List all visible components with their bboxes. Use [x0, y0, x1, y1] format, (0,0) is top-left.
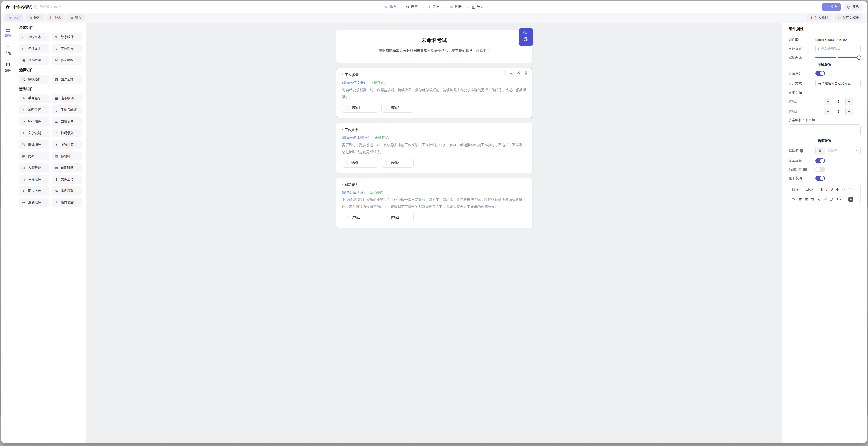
home-icon[interactable]	[5, 5, 10, 9]
component-label: 图片上传	[28, 189, 41, 193]
editor-tab[interactable]: ⋔ 逻辑	[26, 14, 44, 21]
component-icon: Ⓝ	[22, 142, 26, 147]
component-item[interactable]: ⌗ 扫码录入	[52, 129, 82, 137]
component-icon: ✎	[22, 96, 26, 100]
option-choice[interactable]: 选项2	[381, 158, 403, 168]
component-label: 滑块组件	[28, 200, 41, 205]
component-item[interactable]: ⌥ 级联选择	[19, 75, 50, 84]
question-description: 不受成规和以往经验的束缚，在工作中敢于提出新观点、新方案、新思路，并积极进行尝试…	[342, 196, 403, 207]
question-description: 对自己要求很高，对工作精益求精、持续改善，要做就做最好的，能够按照工作要求准确的…	[342, 87, 403, 100]
question-title: *创新能力	[342, 182, 403, 187]
form-subtitle: 感谢您能抽出几分钟时间来参加本次表单填写，现在我们就马上开始吧！	[348, 49, 403, 53]
component-item[interactable]: ▦ 省市联动	[52, 94, 82, 103]
component-icon: ⇑	[22, 189, 26, 193]
component-label: 省市联动	[61, 96, 73, 101]
component-item[interactable]: ▥ 核销码	[52, 152, 82, 160]
component-icon: ⊞	[54, 166, 59, 170]
component-item[interactable]: ☆ 评分组件	[19, 175, 50, 184]
option-choice[interactable]: 选项2	[381, 103, 403, 113]
component-label: 商品	[28, 154, 34, 158]
topnav-item[interactable]: ✎ 编辑 ›	[384, 5, 403, 9]
tab-icon: ✎	[9, 16, 11, 20]
component-icon: ▦	[54, 96, 59, 100]
editor-tab[interactable]: ✎ 内容	[5, 14, 23, 21]
rail-item[interactable]: ⊡ 题库	[5, 62, 11, 73]
correct-answer-label: 正确答案:	[375, 135, 389, 139]
rail-icon: ⊡	[6, 62, 10, 67]
tab-icon: ⚐	[50, 16, 53, 20]
component-item[interactable]: ≣ 自增表单	[52, 117, 82, 126]
editor-tab[interactable]: ⚐ 外观	[46, 14, 65, 21]
radio-icon[interactable]	[345, 161, 349, 165]
required-asterisk: *	[342, 183, 343, 187]
rail-item[interactable]: ≡ 大纲	[5, 44, 11, 55]
component-item[interactable]: ▯ 手机号验证	[52, 105, 82, 114]
component-label: 排序题型	[61, 189, 73, 193]
save-status: ✓ 最近保存 10:16	[34, 5, 61, 9]
section-title: 进阶组件	[19, 87, 82, 91]
app-window: 未命名考试 ✓ 最近保存 10:16 ✎ 编辑 › ⚙ 设置 ›	[1, 1, 403, 207]
chevron-right-icon: ›	[401, 5, 402, 9]
component-item[interactable]: ☑ 多选框组	[52, 56, 82, 65]
component-icon: ⌶	[54, 200, 59, 204]
component-item[interactable]: ⇅ 排序题型	[52, 187, 82, 195]
component-item[interactable]: ◉ 单选框组	[19, 56, 50, 65]
component-icon: ▣	[22, 154, 26, 158]
option-choice[interactable]: 选项1	[342, 158, 378, 168]
tab-label: 逻辑	[34, 15, 41, 20]
component-label: 函数计算	[61, 142, 73, 147]
question-meta: (最高分值:2.00 分) 正确答案:	[342, 135, 403, 140]
component-icon: ☺	[22, 166, 26, 170]
document-title: 未命名考试	[12, 5, 32, 9]
component-icon: ƒ	[54, 143, 59, 147]
option-choice[interactable]: 选项1	[342, 103, 378, 113]
component-label: 日期时间	[61, 166, 73, 170]
form-title: 未命名考试	[348, 37, 403, 44]
tab-label: 外观	[55, 15, 61, 20]
rail-item[interactable]: ▤ 题型	[5, 27, 11, 38]
option-label: 选项2	[391, 105, 399, 110]
component-item[interactable]: ⌄ 下拉选择	[52, 44, 82, 53]
tab-icon: ⋔	[29, 16, 32, 20]
check-circle-icon: ✓	[34, 5, 38, 9]
component-label: 核销码	[61, 154, 70, 158]
component-label: 多行文本	[28, 46, 41, 51]
workflow-nav: ✎ 编辑 › ⚙ 设置 › ↥ 发布 › ≣ 数据	[384, 1, 403, 13]
component-icon: ⌖	[22, 108, 26, 112]
component-item[interactable]: ⊶ 滑块组件	[19, 198, 50, 207]
component-item[interactable]: ⊞ 日期时间	[52, 163, 82, 172]
component-icon: ⊶	[22, 201, 26, 204]
form-header-card[interactable]: 总分 5 未命名考试 感谢您能抽出几分钟时间来参加本次表单填写，现在我们就马上开…	[336, 30, 403, 63]
component-label: 随机编号	[28, 142, 41, 147]
component-item[interactable]: ↥ 文件上传	[52, 175, 82, 184]
component-label: 单行文本	[28, 35, 41, 39]
component-item[interactable]: ☺ 人脸验证	[19, 163, 50, 172]
component-item[interactable]: ⌖ 地理位置	[19, 105, 50, 114]
component-item[interactable]: ⌕ 文字识别	[19, 129, 50, 137]
component-item[interactable]: ▧ 图片选择	[52, 75, 82, 84]
question-card[interactable]: *创新能力 (最高分值:1 分) 正确答案: 不受成规和以往经验的束缚，在工作中…	[336, 178, 403, 207]
radio-icon[interactable]	[384, 161, 388, 165]
component-item[interactable]: ⇑ 图片上传	[19, 187, 50, 195]
editor-tab[interactable]: ◈ 维度	[67, 14, 85, 21]
component-item[interactable]: ▤ 多行文本	[19, 44, 50, 53]
component-label: NPS组件	[28, 119, 41, 124]
component-item[interactable]: ↗ NPS组件	[19, 117, 50, 126]
component-item[interactable]: ✎ 手写签名	[19, 94, 50, 103]
topnav-label: 编辑	[389, 5, 396, 9]
component-item[interactable]: ⌶ 横向填空	[52, 198, 82, 207]
component-item[interactable]: ▣ 商品	[19, 152, 50, 160]
radio-icon[interactable]	[346, 106, 349, 109]
question-card[interactable]: *工作质量 (最高分值:2 分) 正确答案: 对自己要求很高，对工作精益求精、持…	[336, 68, 403, 118]
form-canvas: 总分 5 未命名考试 感谢您能抽出几分钟时间来参加本次表单填写，现在我们就马上开…	[87, 23, 403, 207]
left-rail: ▤ 题型 ≡ 大纲 ⊡ 题库	[1, 23, 15, 207]
component-label: 下拉选择	[61, 46, 73, 51]
question-card[interactable]: *工作效率 (最高分值:2.00 分) 正确答案: 雷厉风行，跑步前进，对上级领…	[336, 123, 403, 173]
component-label: 数字组件	[61, 35, 73, 39]
component-item[interactable]: № 数字组件	[52, 33, 82, 41]
radio-icon[interactable]	[385, 106, 389, 109]
rail-label: 题型	[5, 33, 11, 38]
component-item[interactable]: Ⓝ 随机编号	[19, 140, 50, 149]
component-item[interactable]: ▭ 单行文本	[19, 33, 50, 41]
component-item[interactable]: ƒ 函数计算	[52, 140, 82, 149]
